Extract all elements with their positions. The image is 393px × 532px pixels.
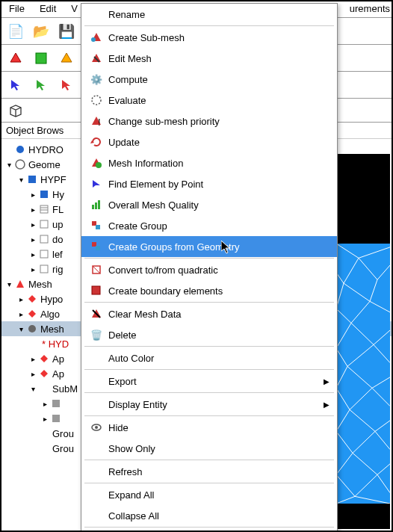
- menu-hide[interactable]: Hide: [81, 417, 337, 438]
- menu-display-entity[interactable]: Display Entity▶: [81, 394, 337, 415]
- svg-point-24: [92, 96, 101, 105]
- menu-change-submesh[interactable]: !Change sub-mesh priority: [81, 111, 337, 132]
- edit-mesh-icon: [89, 52, 104, 64]
- menu-edit[interactable]: Edit: [32, 1, 64, 17]
- menu-expand-all[interactable]: Expand All: [81, 484, 337, 505]
- quality-icon: [89, 199, 104, 211]
- menu-create-groups-geom[interactable]: Create Groups from Geometry: [81, 236, 337, 257]
- cursor-icon-3[interactable]: [57, 75, 76, 95]
- menu-convert-quad[interactable]: Convert to/from quadratic: [81, 259, 337, 280]
- menu-refresh[interactable]: Refresh: [81, 461, 337, 482]
- svg-point-6: [16, 146, 24, 153]
- find-point-icon: [89, 178, 104, 190]
- info-icon: [89, 157, 104, 169]
- clear-icon: [89, 308, 104, 320]
- priority-icon: !: [89, 115, 104, 127]
- menu-partial: urements: [350, 3, 390, 14]
- delete-icon: 🗑️: [89, 330, 104, 341]
- mesh-icon-2[interactable]: [31, 49, 51, 68]
- menu-evaluate[interactable]: Evaluate: [81, 90, 337, 111]
- menu-create-submesh[interactable]: Create Sub-mesh: [81, 27, 337, 48]
- menu-rename[interactable]: Rename: [81, 4, 337, 25]
- evaluate-icon: [89, 94, 104, 106]
- svg-marker-27: [90, 140, 94, 143]
- mesh-icon-3[interactable]: [57, 49, 76, 68]
- quad-icon: [89, 264, 104, 276]
- svg-text:!: !: [98, 117, 101, 127]
- menu-create-boundary[interactable]: Create boundary elements: [81, 280, 337, 301]
- cursor-icon-2[interactable]: [31, 75, 51, 95]
- viewport-3d[interactable]: [336, 154, 390, 529]
- svg-rect-33: [98, 200, 100, 209]
- svg-rect-9: [40, 191, 48, 198]
- svg-rect-32: [95, 202, 97, 209]
- svg-rect-20: [52, 415, 60, 422]
- svg-point-22: [91, 37, 96, 42]
- submenu-arrow-icon: ▶: [324, 377, 329, 386]
- groups-geom-icon: [89, 241, 104, 253]
- menu-clear-mesh[interactable]: Clear Mesh Data: [81, 303, 337, 324]
- svg-point-44: [95, 426, 98, 429]
- menu-edit-mesh[interactable]: Edit Mesh: [81, 48, 337, 69]
- svg-marker-0: [10, 53, 21, 62]
- svg-rect-19: [52, 400, 60, 407]
- svg-marker-5: [62, 80, 70, 90]
- svg-rect-16: [40, 265, 48, 273]
- menu-compute[interactable]: ⚙️Compute: [81, 69, 337, 90]
- menu-update[interactable]: Update: [81, 132, 337, 152]
- submesh-icon: [89, 31, 104, 43]
- menu-auto-color[interactable]: Auto Color: [81, 347, 337, 368]
- menu-create-group[interactable]: Create Group: [81, 215, 337, 236]
- group-icon: [89, 220, 104, 232]
- box-icon[interactable]: [6, 101, 25, 120]
- open-icon[interactable]: 📂: [31, 22, 51, 41]
- compute-icon: ⚙️: [89, 74, 104, 85]
- menu-file[interactable]: File: [1, 1, 32, 17]
- svg-marker-3: [11, 80, 19, 90]
- menu-mesh-info[interactable]: Mesh Information: [81, 152, 337, 173]
- svg-marker-4: [37, 80, 45, 90]
- submenu-arrow-icon: ▶: [324, 400, 329, 409]
- svg-line-39: [93, 266, 100, 273]
- svg-rect-15: [40, 250, 48, 258]
- svg-marker-17: [16, 280, 24, 288]
- menu-show-only[interactable]: Show Only: [81, 438, 337, 459]
- svg-point-18: [28, 325, 36, 332]
- menu-collapse-all[interactable]: Collapse All: [81, 505, 337, 526]
- new-icon[interactable]: 📄: [6, 22, 25, 41]
- mesh-icon-1[interactable]: [6, 49, 25, 68]
- svg-rect-37: [96, 246, 100, 250]
- svg-rect-10: [40, 205, 48, 213]
- svg-rect-8: [28, 176, 36, 183]
- hide-icon: [89, 421, 104, 433]
- menu-delete[interactable]: 🗑️Delete: [81, 324, 337, 345]
- update-icon: [89, 136, 104, 148]
- svg-rect-40: [92, 286, 100, 294]
- svg-point-7: [16, 160, 25, 169]
- boundary-icon: [89, 285, 104, 297]
- svg-rect-31: [92, 205, 94, 209]
- menu-export[interactable]: Export▶: [81, 371, 337, 392]
- context-menu: Rename Create Sub-mesh Edit Mesh ⚙️Compu…: [81, 3, 338, 532]
- svg-point-29: [96, 162, 102, 168]
- menu-find[interactable]: Find: [81, 528, 337, 532]
- svg-rect-35: [96, 225, 100, 229]
- svg-rect-13: [40, 220, 48, 228]
- svg-rect-14: [40, 235, 48, 243]
- svg-marker-2: [61, 53, 72, 62]
- svg-marker-23: [92, 54, 101, 62]
- svg-rect-1: [36, 53, 46, 64]
- svg-marker-30: [93, 180, 100, 188]
- menu-find-element[interactable]: Find Element by Point: [81, 173, 337, 194]
- menu-overall-quality[interactable]: Overall Mesh Quality: [81, 194, 337, 215]
- cursor-icon-1[interactable]: [6, 75, 25, 95]
- save-icon[interactable]: 💾: [57, 22, 76, 41]
